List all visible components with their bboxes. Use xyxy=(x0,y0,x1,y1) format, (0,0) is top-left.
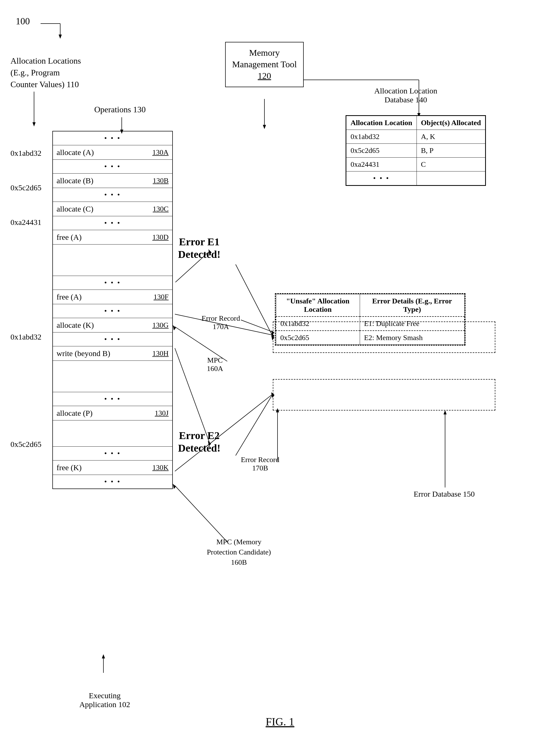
alloc-db-row-1: 0x1abd32 A, K xyxy=(346,130,486,144)
svg-marker-23 xyxy=(271,392,274,398)
addr-0x5c2d65-second: 0x5c2d65 xyxy=(10,440,41,449)
ref-100-label: 100 xyxy=(16,16,30,27)
ops-dots-2: • • • xyxy=(53,160,172,174)
mmt-title-line2: Management Tool xyxy=(231,59,298,70)
op-write-beyond-b: write (beyond B) xyxy=(57,349,110,358)
err-rec-170a-line2: 170A xyxy=(201,323,240,331)
mmt-box: Memory Management Tool 120 xyxy=(225,42,304,87)
alloc-loc-line1: Allocation Locations xyxy=(10,55,105,67)
alloc-db-obj-1: A, K xyxy=(416,130,485,144)
alloc-db-table: Allocation Location Object(s) Allocated … xyxy=(346,115,486,186)
error-e2-label: Error E2 Detected! xyxy=(178,429,220,454)
mpc-160b-label: MPC (Memory Protection Candidate) 160B xyxy=(207,537,271,568)
op-ref-130f: 130F xyxy=(153,293,169,301)
alloc-db-row-dots: • • • xyxy=(346,171,486,185)
error-db-row-1: 0x1abd32 E1: Duplicate Free xyxy=(276,317,465,330)
ops-dots-8: • • • xyxy=(53,392,172,406)
op-ref-130b: 130B xyxy=(153,176,169,185)
error-db: "Unsafe" Allocation Location Error Detai… xyxy=(275,293,466,346)
svg-marker-15 xyxy=(271,335,274,340)
ops-row-130a: allocate (A) 130A xyxy=(53,145,172,160)
ops-dots-10: • • • xyxy=(53,475,172,489)
op-allocate-p: allocate (P) xyxy=(57,409,92,418)
svg-marker-27 xyxy=(444,410,447,414)
ops-dots-4: • • • xyxy=(53,216,172,230)
exec-app-line1: Executing xyxy=(68,691,142,700)
error-e1-line1: Error E1 xyxy=(178,236,220,248)
error-db-150-label: Error Database 150 xyxy=(414,490,475,498)
error-db-col1: "Unsafe" Allocation Location xyxy=(276,294,360,317)
alloc-db-row-2: 0x5c2d65 B, P xyxy=(346,144,486,157)
op-free-a-2: free (A) xyxy=(57,293,82,301)
addr-0x1abd32-second: 0x1abd32 xyxy=(10,333,41,341)
mpc-160b-line3: 160B xyxy=(207,557,271,567)
mmt-title-line1: Memory xyxy=(231,47,298,59)
error-record-170b-label: Error Record 170B xyxy=(241,455,279,472)
ops-label: Operations 130 xyxy=(94,105,146,114)
ops-gap-3 xyxy=(53,421,172,447)
addr-0x5c2d65-first: 0x5c2d65 xyxy=(10,183,41,192)
err-rec-170b-line2: 170B xyxy=(241,464,279,472)
svg-line-28 xyxy=(241,320,273,332)
ops-row-130g: allocate (K) 130G xyxy=(53,318,172,333)
alloc-db-obj-2: B, P xyxy=(416,144,485,157)
svg-marker-31 xyxy=(276,408,279,412)
addr-0xa24431: 0xa24431 xyxy=(10,218,41,227)
ops-dots-6: • • • xyxy=(53,304,172,318)
error-e2-line2: Detected! xyxy=(178,442,220,454)
error-e2-line1: Error E2 xyxy=(178,429,220,442)
ops-dots-3: • • • xyxy=(53,188,172,202)
addr-0x1abd32-top: 0x1abd32 xyxy=(10,149,41,157)
fig-label: FIG. 1 xyxy=(266,715,295,728)
fig-label-text: FIG. 1 xyxy=(266,716,295,728)
ops-list: • • • allocate (A) 130A • • • allocate (… xyxy=(52,131,173,489)
op-allocate-a: allocate (A) xyxy=(57,148,94,157)
svg-marker-25 xyxy=(102,654,105,658)
exec-app-label: Executing Application 102 xyxy=(68,691,142,709)
mmt-ref: 120 xyxy=(231,70,298,82)
alloc-db-loc-3: 0xa24431 xyxy=(346,157,417,171)
ops-gap-1 xyxy=(53,244,172,276)
ops-gap-2 xyxy=(53,361,172,392)
error-db-col2: Error Details (E.g., Error Type) xyxy=(360,294,465,317)
mpc-160a-label: MPC 160A xyxy=(207,356,223,373)
svg-line-20 xyxy=(236,394,273,455)
op-allocate-b: allocate (B) xyxy=(57,176,93,185)
alloc-db-row-3: 0xa24431 C xyxy=(346,157,486,171)
ops-row-130k: free (K) 130K xyxy=(53,461,172,475)
svg-marker-29 xyxy=(271,330,274,335)
ops-row-130d: free (A) 130D xyxy=(53,230,172,244)
error-e1-label: Error E1 Detected! xyxy=(178,236,220,261)
exec-app-line2: Application 102 xyxy=(68,700,142,709)
mpc-160a-line2: 160A xyxy=(207,364,223,373)
alloc-db-dots-empty xyxy=(416,171,485,185)
ops-dots-1: • • • xyxy=(53,131,172,145)
op-ref-130k: 130K xyxy=(152,463,169,472)
alloc-db-loc-1: 0x1abd32 xyxy=(346,130,417,144)
svg-marker-17 xyxy=(271,333,274,339)
svg-marker-21 xyxy=(271,393,274,398)
op-allocate-k: allocate (K) xyxy=(57,321,94,329)
error-record-dashed-outline-2 xyxy=(273,379,495,410)
svg-line-18 xyxy=(175,348,210,443)
error-db-loc-1: 0x1abd32 xyxy=(276,317,360,330)
ops-row-130c: allocate (C) 130C xyxy=(53,202,172,216)
error-db-loc-2: 0x5c2d65 xyxy=(276,330,360,345)
op-ref-130h: 130H xyxy=(152,349,169,358)
svg-marker-33 xyxy=(173,325,176,330)
alloc-db-dots: • • • xyxy=(346,171,417,185)
alloc-db-label-line1: Allocation Location xyxy=(367,86,445,95)
alloc-db-loc-2: 0x5c2d65 xyxy=(346,144,417,157)
ops-row-130b: allocate (B) 130B xyxy=(53,174,172,188)
alloc-db-obj-3: C xyxy=(416,157,485,171)
svg-marker-8 xyxy=(263,125,266,129)
ops-dots-7: • • • xyxy=(53,333,172,346)
error-db-row-2: 0x5c2d65 E2: Memory Smash xyxy=(276,330,465,345)
svg-line-34 xyxy=(175,486,227,542)
ops-row-130j: allocate (P) 130J xyxy=(53,406,172,421)
mpc-160b-line1: MPC (Memory xyxy=(207,537,271,547)
alloc-db-label-line2: Database 140 xyxy=(367,95,445,104)
alloc-loc-line2: (E.g., Program xyxy=(10,67,105,79)
ops-row-130f: free (A) 130F xyxy=(53,290,172,304)
alloc-db-col1: Allocation Location xyxy=(346,116,417,130)
